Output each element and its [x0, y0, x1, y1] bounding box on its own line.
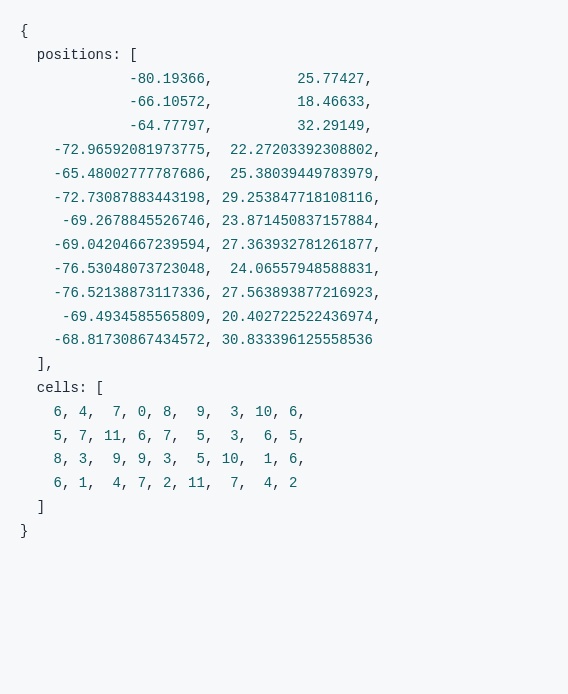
- code-block: { positions: [ -80.19366, 25.77427, -66.…: [20, 20, 548, 544]
